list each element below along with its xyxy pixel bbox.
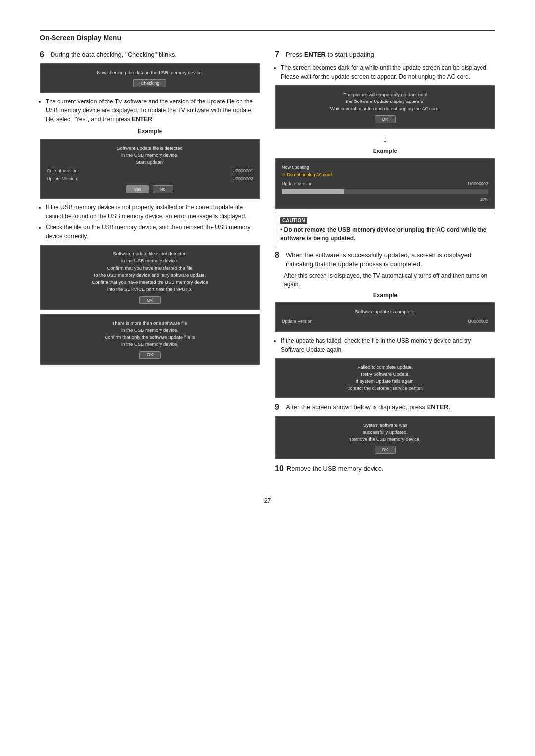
step7-header: 7 Press ENTER to start updating. — [275, 50, 495, 59]
step9-screen1-line1: System software was — [282, 422, 488, 429]
step7-screen1-line2: the Software Update display appears. — [282, 98, 488, 105]
step6-screen3-line1: Software update file is not detected — [47, 251, 253, 257]
step8-example-label: Example — [275, 292, 495, 299]
step7-bullets: The screen becomes dark for a while unti… — [281, 63, 495, 81]
step10-number: 10 — [275, 464, 284, 473]
step8-screen1-line1: Software update is complete. — [282, 308, 488, 315]
step8-update-version-label: Update Version — [282, 318, 313, 325]
step7-screen1-ok-btn: OK — [374, 115, 396, 123]
step7-warning: ⚠ Do not unplug AC cord. — [282, 172, 488, 179]
step9-screen1-line2: successfully updated. — [282, 429, 488, 436]
step6-bullet1: The current version of the TV software a… — [46, 97, 260, 124]
step6-screen4-line3: Confirm that only the software update fi… — [47, 334, 253, 341]
step6-update-version-value: U0000002 — [232, 176, 253, 183]
step6-current-version-value: U0000001 — [232, 168, 253, 175]
arrow-down-icon: ↓ — [275, 133, 495, 145]
caution-text: • Do not remove the USB memory device or… — [280, 226, 490, 243]
step8-subtext: After this screen is displayed, the TV a… — [284, 272, 495, 289]
caution-title: CAUTION — [280, 217, 307, 224]
step7-now-updating: Now updating — [282, 164, 488, 171]
step7-progress-bar — [282, 189, 488, 194]
step6-screen3-line3: Confirm that you have transferred the fi… — [47, 265, 253, 272]
step6-screen3-line6: into the SERVICE port near the INPUT3. — [47, 286, 253, 293]
step8-screen1-body: Software update is complete. Update Vers… — [282, 308, 488, 325]
step6-screen1: Now checking the data in the USB memory … — [40, 63, 260, 93]
step6-yes-btn: Yes — [126, 185, 149, 193]
step7-screen1-line3: Wait several minutes and do not unplug t… — [282, 105, 488, 112]
step7-progress-fill — [282, 189, 344, 194]
step6-bullet2: If the USB memory device is not properly… — [46, 203, 260, 221]
step7-screen1-body: The picture will temporarily go dark unt… — [282, 91, 488, 112]
step6-example-label: Example — [40, 128, 260, 135]
page-number: 27 — [40, 497, 495, 504]
right-column: 7 Press ENTER to start updating. The scr… — [275, 50, 495, 477]
main-content: 6 During the data checking, "Checking" b… — [40, 50, 495, 477]
step6-screen4-ok-btn: OK — [139, 351, 160, 359]
step6-update-version-label: Update Version: — [47, 176, 78, 183]
step9-screen1: System software was successfully updated… — [275, 416, 495, 460]
step6-screen3-ok-btn: OK — [139, 296, 160, 304]
step7-bullet1: The screen becomes dark for a while unti… — [281, 63, 495, 81]
step6-screen1-body: Now checking the data in the USB memory … — [47, 69, 253, 76]
step8-bullets: If the update has failed, check the file… — [281, 336, 495, 354]
step8-screen1: Software update is complete. Update Vers… — [275, 302, 495, 332]
step8-screen2-line2: Retry Software Update. — [282, 371, 488, 378]
step6-bullet3: Check the file on the USB memory device,… — [46, 223, 260, 241]
step9-text: After the screen shown below is displaye… — [286, 403, 450, 412]
step7-example-label: Example — [275, 148, 495, 154]
step6-bullets2: If the USB memory device is not properly… — [46, 203, 260, 241]
step9-ok-btn: OK — [374, 446, 396, 454]
step6-screen2-line1: Software update file is detected — [47, 145, 253, 151]
step8-screen2-line1: Failed to complete update. — [282, 364, 488, 371]
step6-screen3: Software update file is not detected in … — [40, 245, 260, 310]
step9-screen1-body: System software was successfully updated… — [282, 422, 488, 443]
step7-screen2-body: Now updating ⚠ Do not unplug AC cord. Up… — [282, 164, 488, 203]
step6-screen3-line4: to the USB memory device and retry softw… — [47, 272, 253, 279]
left-column: 6 During the data checking, "Checking" b… — [40, 50, 260, 477]
step6-text: During the data checking, "Checking" bli… — [51, 50, 177, 59]
step6-screen2: Software update file is detected in the … — [40, 139, 260, 199]
step9-header: 9 After the screen shown below is displa… — [275, 403, 495, 412]
section-title: On-Screen Display Menu — [40, 34, 121, 42]
step8-screen2: Failed to complete update. Retry Softwar… — [275, 358, 495, 398]
step8-screen2-line3: If system Update fails again, — [282, 378, 488, 385]
step6-checking-btn: Checking — [133, 79, 167, 87]
step6-screen3-line2: in the USB memory device. — [47, 257, 253, 264]
step6-screen3-line5: Confirm that you have inserted the USB m… — [47, 279, 253, 286]
step6-bullets: The current version of the TV software a… — [46, 97, 260, 124]
step6-header: 6 During the data checking, "Checking" b… — [40, 50, 260, 59]
step10-header: 10 Remove the USB memory device. — [275, 464, 495, 473]
step6-no-btn: No — [153, 185, 173, 193]
section-header: On-Screen Display Menu — [40, 30, 495, 42]
step6-screen3-body: Software update file is not detected in … — [47, 251, 253, 293]
step6-screen4: There is more than one software file in … — [40, 314, 260, 365]
step7-screen1: The picture will temporarily go dark unt… — [275, 85, 495, 129]
step8-number: 8 — [275, 251, 283, 269]
step6-screen4-line2: in the USB memory device. — [47, 327, 253, 334]
step7-progress-percent: 30% — [282, 196, 488, 203]
step9-number: 9 — [275, 403, 283, 412]
step8-screen2-body: Failed to complete update. Retry Softwar… — [282, 364, 488, 392]
step7-screen1-line1: The picture will temporarily go dark unt… — [282, 91, 488, 98]
step6-current-version-label: Current Version: — [47, 168, 79, 175]
step8-text: When the software is successfully update… — [286, 251, 495, 269]
step7-text: Press ENTER to start updating. — [286, 50, 375, 59]
step6-screen2-body: Software update file is detected in the … — [47, 145, 253, 182]
step8-update-version-value: U0000002 — [468, 318, 488, 325]
step8-bullet1: If the update has failed, check the file… — [281, 336, 495, 354]
step6-screen4-body: There is more than one software file in … — [47, 320, 253, 348]
step7-update-version-label: Update Version — [282, 181, 313, 188]
step6-screen4-line1: There is more than one software file — [47, 320, 253, 327]
step8-screen2-line4: contact the customer service center. — [282, 385, 488, 392]
step6-screen2-line3: Start update? — [47, 159, 253, 166]
step7-screen2: Now updating ⚠ Do not unplug AC cord. Up… — [275, 158, 495, 209]
step9-screen1-line3: Remove the USB memory device. — [282, 436, 488, 443]
step7-number: 7 — [275, 50, 283, 59]
caution-box: CAUTION • Do not remove the USB memory d… — [275, 213, 495, 246]
step6-screen2-line2: in the USB memory device. — [47, 152, 253, 159]
step6-number: 6 — [40, 50, 48, 59]
step10-text: Remove the USB memory device. — [287, 464, 384, 473]
step7-update-version-value: U0000002 — [468, 181, 488, 188]
step6-screen4-line4: in the USB memory device. — [47, 341, 253, 348]
step8-header: 8 When the software is successfully upda… — [275, 251, 495, 269]
